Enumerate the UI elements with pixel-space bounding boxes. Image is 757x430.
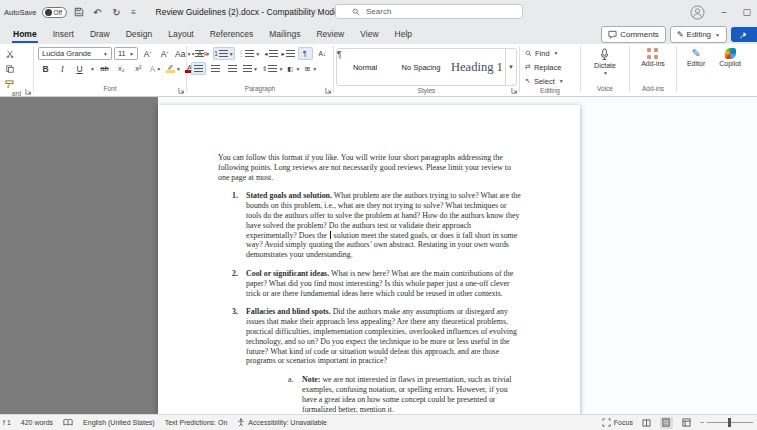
text-direction-ltr-button[interactable]: ¶ [298, 47, 313, 60]
styles-more-button[interactable]: ▼ [505, 49, 516, 85]
sort-button[interactable]: A↓ [315, 47, 330, 60]
borders-button[interactable]: ⊞▼ [303, 62, 318, 75]
list-item: 2. Cool or significant ideas. What is ne… [218, 269, 523, 298]
document-page[interactable]: You can follow this format if you like. … [158, 105, 580, 414]
shading-button[interactable]: ◧▼ [286, 62, 301, 75]
autosave-toggle[interactable]: Off [42, 7, 67, 18]
tab-home[interactable]: Home [6, 26, 44, 43]
addins-button[interactable]: Add-ins [637, 47, 669, 68]
tab-references[interactable]: References [203, 26, 260, 43]
zoom-out-button[interactable]: − [700, 419, 704, 426]
format-painter-icon [5, 80, 14, 88]
maximize-button[interactable]: ▢ [742, 7, 751, 17]
editing-mode-button[interactable]: ✎ Editing ▼ [670, 26, 727, 43]
increase-indent-button[interactable]: ▸ [281, 47, 296, 60]
customize-toolbar-button[interactable]: ≡ [129, 4, 139, 20]
status-left: f 1 420 words English (United States) Te… [0, 418, 327, 427]
list-item: 1. Stated goals and solution. What probl… [218, 191, 523, 260]
text-predictions[interactable]: Text Predictions: On [165, 419, 228, 426]
multilevel-list-button[interactable]: ⋮▼ [237, 47, 261, 60]
account-avatar[interactable] [690, 5, 705, 20]
grow-font-button[interactable]: Aˆ [140, 47, 155, 60]
redo-button[interactable]: ↻ [110, 4, 124, 20]
copy-button[interactable] [2, 62, 17, 75]
outdent-icon [269, 50, 278, 57]
search-input[interactable] [364, 6, 488, 17]
align-center-button[interactable] [208, 62, 223, 75]
font-size-combo[interactable]: 11 ▼ [114, 47, 138, 60]
numbering-button[interactable]: 1▼ [213, 47, 235, 60]
decrease-indent-button[interactable]: ◂ [263, 47, 278, 60]
text-effects-button[interactable]: A▼ [148, 62, 163, 75]
share-icon [739, 30, 749, 40]
paragraph-group: •▼ 1▼ ⋮▼ ◂ ▸ ¶ A↓ ¶ ▼ ⇕▼ ◧▼ ⊞▼ [187, 44, 333, 96]
dictate-button[interactable]: Dictate ▼ [590, 47, 620, 77]
format-painter-button[interactable] [2, 77, 17, 90]
list-item: 3. Fallacies and blind spots. Did the au… [218, 307, 523, 366]
style-heading-1[interactable]: Heading 1 [449, 49, 505, 85]
focus-button[interactable]: Focus [602, 418, 633, 427]
align-right-button[interactable] [225, 62, 240, 75]
superscript-button[interactable]: x² [131, 62, 146, 75]
style-no-spacing[interactable]: No Spacing [393, 49, 449, 85]
zoom-control: − [700, 419, 753, 426]
print-layout-button[interactable] [660, 417, 673, 429]
undo-button[interactable]: ↶ [91, 4, 105, 20]
strikethrough-button[interactable]: ab [97, 62, 112, 75]
dialog-launcher-icon[interactable] [25, 88, 32, 95]
editor-button[interactable]: ✎ Editor [683, 47, 709, 68]
justify-button[interactable]: ▼ [242, 62, 259, 75]
style-normal[interactable]: Normal [337, 49, 393, 85]
tab-review[interactable]: Review [309, 26, 351, 43]
underline-button[interactable]: U [72, 62, 87, 75]
zoom-slider-thumb[interactable] [728, 418, 731, 427]
multilevel-marker: ⋮ [238, 50, 245, 58]
italic-button[interactable]: I [55, 62, 70, 75]
sub-item-body: we are not interested in flaws in presen… [302, 375, 512, 413]
dialog-launcher-icon[interactable] [325, 87, 332, 94]
chevron-down-icon: ▼ [296, 66, 301, 72]
shrink-font-button[interactable]: Aˇ [157, 47, 172, 60]
dialog-launcher-icon[interactable] [511, 87, 518, 94]
read-mode-button[interactable] [640, 417, 653, 429]
bold-button[interactable]: B [38, 62, 53, 75]
tab-layout[interactable]: Layout [161, 26, 201, 43]
tab-help[interactable]: Help [388, 26, 419, 43]
tab-insert[interactable]: Insert [46, 26, 81, 43]
copilot-button[interactable]: Copilot [715, 47, 745, 68]
language-indicator[interactable]: English (United States) [83, 419, 155, 426]
search-box[interactable] [335, 4, 523, 19]
find-button[interactable]: Find▼ [525, 47, 564, 59]
minimize-button[interactable]: – [721, 7, 726, 17]
bullets-button[interactable]: •▼ [191, 47, 211, 60]
tab-view[interactable]: View [353, 26, 385, 43]
align-left-button[interactable] [191, 62, 206, 75]
font-name-value: Lucida Grande [42, 49, 91, 58]
zoom-slider[interactable] [707, 422, 753, 423]
accessibility-status[interactable]: Accessibility: Unavailable [237, 418, 327, 427]
highlight-color-button[interactable]: ✐▼ [165, 62, 182, 75]
tab-draw[interactable]: Draw [83, 26, 117, 43]
page-indicator[interactable]: f 1 [3, 419, 11, 426]
subscript-button[interactable]: x₂ [114, 62, 129, 75]
comments-button[interactable]: Comments [601, 26, 666, 43]
microphone-icon [599, 48, 610, 61]
autosave-state: Off [54, 9, 63, 16]
replace-button[interactable]: ⇄ Replace [525, 61, 564, 73]
word-count[interactable]: 420 words [21, 419, 53, 426]
line-spacing-button[interactable]: ⇕▼ [261, 62, 284, 75]
share-button[interactable] [731, 27, 757, 42]
save-button[interactable] [72, 4, 86, 20]
tab-design[interactable]: Design [119, 26, 159, 43]
select-button[interactable]: ↖ Select▼ [525, 75, 564, 87]
editing-group-label: Editing [520, 87, 580, 96]
indent-arrow: ▸ [282, 50, 285, 58]
document-canvas[interactable]: You can follow this format if you like. … [0, 97, 757, 414]
styles-group-label: Styles [334, 87, 519, 96]
tab-mailings[interactable]: Mailings [262, 26, 307, 43]
web-layout-button[interactable] [680, 417, 693, 429]
dialog-launcher-icon[interactable] [178, 87, 185, 94]
font-name-combo[interactable]: Lucida Grande ▼ [38, 47, 112, 60]
cut-button[interactable] [2, 47, 17, 60]
proofing-book-icon[interactable] [63, 418, 73, 427]
